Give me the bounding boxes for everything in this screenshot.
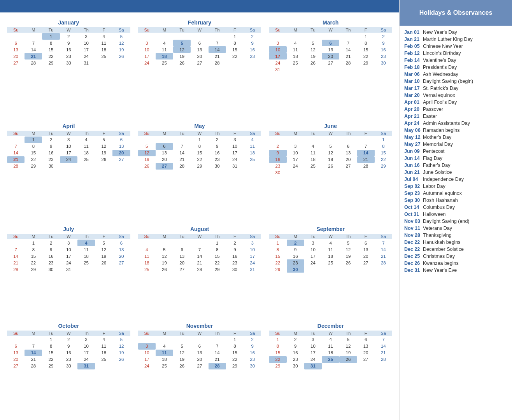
day-cell: 14 bbox=[209, 350, 226, 356]
day-header: Tu bbox=[173, 27, 191, 33]
day-cell: 15 bbox=[191, 150, 208, 156]
day-cell: 24 bbox=[77, 53, 95, 60]
day-cell: 30 bbox=[269, 170, 286, 176]
holiday-name: Rosh Hashanah bbox=[423, 198, 458, 203]
day-cell: 29 bbox=[357, 60, 375, 66]
day-cell: 9 bbox=[60, 343, 77, 350]
day-header: Th bbox=[339, 131, 357, 136]
day-cell: 15 bbox=[25, 253, 42, 259]
day-cell: 31 bbox=[60, 266, 77, 273]
days-grid: 1234567891011121314151617181920212223242… bbox=[138, 336, 261, 369]
day-cell: 22 bbox=[226, 53, 244, 60]
day-cell: 28 bbox=[173, 163, 191, 170]
day-cell-empty bbox=[138, 136, 156, 143]
day-cell: 7 bbox=[375, 336, 392, 343]
day-cell: 14 bbox=[357, 150, 375, 156]
day-cell: 21 bbox=[375, 253, 392, 259]
day-cell: 17 bbox=[77, 46, 95, 53]
holiday-item: Feb 18President's Day bbox=[404, 64, 508, 71]
day-cell: 19 bbox=[173, 53, 191, 60]
day-cell: 18 bbox=[287, 53, 304, 60]
day-cell: 27 bbox=[191, 363, 208, 369]
month-block: MaySuMTuWThFSa12345678910111213141516171… bbox=[134, 121, 265, 224]
day-cell: 31 bbox=[226, 163, 244, 170]
day-cell: 28 bbox=[7, 266, 25, 273]
month-block: AprilSuMTuWThFSa123456789101112131415161… bbox=[3, 121, 134, 224]
day-cell: 12 bbox=[173, 46, 191, 53]
day-cell: 17 bbox=[244, 253, 261, 259]
day-cell: 24 bbox=[138, 60, 156, 66]
day-cell: 16 bbox=[42, 150, 60, 156]
day-cell: 9 bbox=[375, 40, 392, 46]
day-cell: 26 bbox=[95, 156, 112, 163]
day-header: Tu bbox=[173, 331, 191, 336]
day-cell-empty bbox=[339, 33, 357, 40]
day-cell: 15 bbox=[269, 253, 286, 259]
day-cell: 26 bbox=[339, 356, 357, 363]
day-cell-empty bbox=[269, 33, 286, 40]
day-cell: 27 bbox=[7, 60, 25, 66]
day-cell: 9 bbox=[42, 246, 60, 253]
day-cell: 27 bbox=[191, 60, 208, 66]
days-grid: 1234567891011121314151617181920212223242… bbox=[138, 136, 261, 170]
day-header: Th bbox=[339, 331, 357, 336]
day-cell: 22 bbox=[375, 156, 392, 163]
day-header: Su bbox=[7, 131, 25, 136]
day-cell: 3 bbox=[269, 40, 286, 46]
holiday-name: Martin Luther King Day bbox=[423, 37, 473, 42]
holiday-item: Apr 20Passover bbox=[404, 106, 508, 113]
day-cell: 12 bbox=[173, 350, 191, 356]
day-cell: 28 bbox=[25, 363, 42, 369]
day-cell: 1 bbox=[25, 240, 42, 246]
day-cell: 29 bbox=[191, 163, 208, 170]
day-cell: 29 bbox=[269, 363, 286, 369]
holiday-date: Mar 06 bbox=[404, 72, 423, 77]
day-header: Th bbox=[209, 331, 226, 336]
day-cell-empty bbox=[269, 136, 286, 143]
holiday-date: Jan 01 bbox=[404, 30, 423, 35]
day-cell: 13 bbox=[357, 246, 375, 253]
day-cell: 7 bbox=[209, 40, 226, 46]
day-cell: 4 bbox=[138, 246, 156, 253]
day-cell: 26 bbox=[173, 60, 191, 66]
day-cell: 19 bbox=[322, 156, 339, 163]
day-cell: 21 bbox=[209, 356, 226, 363]
holiday-name: Veterans Day bbox=[423, 226, 452, 231]
day-cell: 16 bbox=[42, 253, 60, 259]
day-cell: 23 bbox=[42, 259, 60, 266]
day-cell: 31 bbox=[77, 363, 95, 369]
holiday-date: Oct 31 bbox=[404, 212, 423, 217]
day-header: F bbox=[226, 331, 244, 336]
day-header: F bbox=[357, 234, 375, 239]
day-headers-row: SuMTuWThFSa bbox=[269, 331, 392, 336]
day-cell: 30 bbox=[287, 363, 304, 369]
day-cell: 20 bbox=[7, 53, 25, 60]
day-cell: 3 bbox=[226, 136, 244, 143]
holiday-date: Dec 26 bbox=[404, 261, 423, 266]
holiday-date: May 12 bbox=[404, 135, 423, 140]
day-header: Th bbox=[77, 331, 95, 336]
day-cell: 31 bbox=[77, 60, 95, 66]
day-header: Tu bbox=[42, 234, 60, 239]
day-cell: 4 bbox=[95, 336, 112, 343]
day-header: M bbox=[156, 131, 173, 136]
holiday-name: President's Day bbox=[423, 65, 457, 70]
day-header: Th bbox=[77, 27, 95, 33]
day-cell-empty bbox=[7, 33, 25, 40]
holiday-date: Oct 14 bbox=[404, 205, 423, 210]
day-cell: 13 bbox=[191, 46, 208, 53]
day-cell: 24 bbox=[269, 60, 286, 66]
day-cell: 1 bbox=[209, 240, 226, 246]
month-title: June bbox=[269, 123, 392, 129]
day-header: Sa bbox=[375, 27, 392, 33]
day-cell: 14 bbox=[209, 46, 226, 53]
day-cell: 15 bbox=[357, 46, 375, 53]
day-cell: 25 bbox=[77, 259, 95, 266]
day-cell: 16 bbox=[287, 253, 304, 259]
holiday-item: May 06Ramadan begins bbox=[404, 127, 508, 134]
day-cell: 14 bbox=[375, 246, 392, 253]
day-cell: 25 bbox=[138, 266, 156, 273]
day-headers-row: SuMTuWThFSa bbox=[7, 331, 130, 336]
day-cell: 6 bbox=[322, 40, 339, 46]
day-cell: 18 bbox=[95, 46, 112, 53]
